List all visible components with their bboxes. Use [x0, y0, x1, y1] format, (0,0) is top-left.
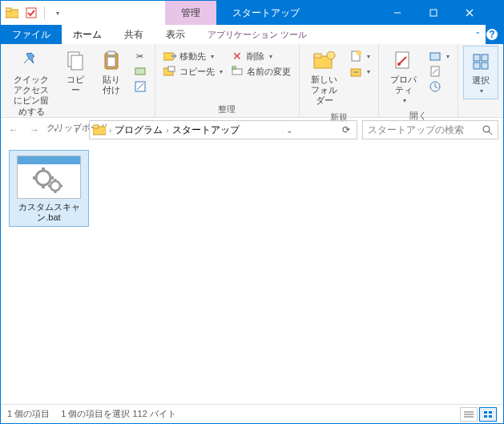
chevron-right-icon[interactable]: › [164, 126, 170, 135]
help-icon[interactable]: ? [486, 28, 498, 41]
svg-rect-1 [6, 8, 11, 11]
copy-icon [63, 49, 87, 73]
svg-point-43 [50, 181, 60, 191]
address-bar[interactable]: › プログラム › スタートアップ ⌄ ⟳ [89, 120, 357, 139]
svg-rect-16 [168, 67, 175, 71]
svg-rect-32 [474, 63, 480, 69]
recent-locations-button[interactable]: ▾ [47, 122, 63, 138]
svg-rect-41 [33, 176, 37, 180]
svg-rect-40 [42, 184, 45, 188]
svg-rect-51 [484, 411, 487, 414]
edit-icon [429, 65, 442, 78]
file-tab[interactable]: ファイル [1, 25, 62, 44]
copy-button[interactable]: コピー [58, 46, 92, 99]
paste-label: 貼り付け [99, 75, 124, 95]
svg-rect-33 [482, 63, 488, 69]
icons-view-button[interactable] [479, 407, 497, 422]
svg-rect-20 [314, 54, 321, 58]
svg-rect-31 [482, 55, 488, 61]
svg-rect-12 [135, 68, 145, 75]
pin-icon [19, 49, 43, 73]
svg-point-38 [36, 171, 50, 185]
svg-point-21 [327, 51, 335, 59]
svg-rect-18 [232, 67, 236, 69]
svg-point-26 [397, 63, 401, 66]
file-item[interactable]: カスタムスキャン.bat [9, 150, 89, 227]
new-item-button[interactable]: ▾ [346, 49, 373, 63]
titlebar: ▾ 管理 スタートアップ [1, 1, 503, 25]
properties-button[interactable]: プロパティ▾ [384, 46, 424, 108]
file-list[interactable]: カスタムスキャン.bat [1, 142, 503, 404]
shortcut-icon [134, 80, 147, 93]
open-icon [429, 50, 442, 63]
delete-label: 削除 [247, 50, 264, 63]
copy-to-button[interactable]: コピー先▾ [160, 64, 226, 79]
svg-rect-17 [232, 69, 242, 75]
bat-file-icon [17, 155, 81, 199]
refresh-button[interactable]: ⟳ [339, 124, 353, 135]
address-dropdown-icon[interactable]: ⌄ [282, 126, 296, 135]
share-tab[interactable]: 共有 [113, 25, 155, 44]
selection-info: 1 個の項目を選択 112 バイト [61, 408, 176, 420]
home-tab[interactable]: ホーム [62, 25, 113, 44]
collapse-ribbon-icon[interactable]: ⌃ [470, 25, 486, 44]
qat-dropdown-icon[interactable]: ▾ [50, 5, 66, 21]
file-name: カスタムスキャン.bat [11, 202, 87, 223]
forward-button[interactable]: → [26, 122, 42, 138]
easy-access-button[interactable]: ▾ [346, 64, 373, 79]
close-button[interactable] [451, 9, 487, 17]
open-button[interactable]: ▾ [425, 49, 453, 63]
svg-rect-44 [54, 179, 57, 182]
delete-button[interactable]: ✕ 削除▾ [228, 49, 294, 63]
ribbon: クイック アクセスにピン留めする コピー 貼り付け ✂ [1, 44, 503, 118]
moveto-icon [163, 50, 176, 63]
back-button[interactable]: ← [6, 122, 22, 138]
rename-icon [231, 65, 244, 78]
delete-icon: ✕ [231, 50, 244, 63]
new-item-icon [349, 50, 362, 63]
details-view-button[interactable] [460, 407, 478, 422]
svg-rect-4 [430, 10, 437, 16]
chevron-right-icon[interactable]: › [107, 126, 113, 135]
scissors-icon: ✂ [134, 50, 147, 63]
cut-button[interactable]: ✂ [131, 49, 150, 63]
clipboard-group: クイック アクセスにピン留めする コピー 貼り付け ✂ [1, 44, 155, 117]
select-button[interactable]: 選択▾ [463, 46, 498, 99]
search-box[interactable]: スタートアップの検索 [362, 120, 498, 139]
svg-rect-47 [59, 185, 62, 188]
folder-icon [4, 5, 20, 21]
application-tools-tab[interactable]: アプリケーション ツール [196, 25, 318, 44]
folder-icon [93, 123, 106, 136]
copyto-icon [163, 65, 176, 78]
svg-rect-46 [48, 185, 51, 188]
breadcrumb-startup[interactable]: スタートアップ [172, 123, 240, 137]
explorer-window: ▾ 管理 スタートアップ ファイル ホーム 共有 表示 アプリケ [0, 0, 504, 424]
history-button[interactable] [425, 79, 453, 94]
move-to-button[interactable]: 移動先▾ [160, 49, 226, 63]
svg-rect-27 [430, 53, 440, 60]
minimize-button[interactable] [379, 9, 415, 17]
rename-button[interactable]: 名前の変更 [228, 64, 294, 79]
svg-line-37 [489, 131, 492, 135]
copy-path-button[interactable] [131, 64, 150, 79]
properties-icon [392, 49, 416, 73]
select-icon [469, 50, 493, 74]
svg-rect-8 [71, 55, 83, 70]
view-tab[interactable]: 表示 [155, 25, 196, 44]
edit-button[interactable] [425, 64, 453, 79]
search-placeholder: スタートアップの検索 [368, 123, 464, 137]
new-folder-label: 新しい フォルダー [309, 75, 340, 107]
breadcrumb-programs[interactable]: プログラム [115, 123, 163, 137]
pin-quick-access-button[interactable]: クイック アクセスにピン留めする [6, 46, 57, 120]
up-button[interactable]: ↑ [68, 122, 84, 138]
select-label: 選択 [472, 75, 490, 86]
paste-button[interactable]: 貼り付け [94, 46, 129, 99]
paste-shortcut-button[interactable] [131, 79, 150, 94]
quick-access-toolbar: ▾ [1, 1, 69, 25]
new-folder-button[interactable]: 新しい フォルダー [304, 46, 345, 110]
select-group: 選択▾ [458, 44, 503, 117]
overlay-icon [23, 5, 39, 21]
svg-rect-11 [107, 57, 115, 67]
maximize-button[interactable] [415, 9, 451, 17]
manage-contextual-tab[interactable]: 管理 [165, 1, 216, 25]
